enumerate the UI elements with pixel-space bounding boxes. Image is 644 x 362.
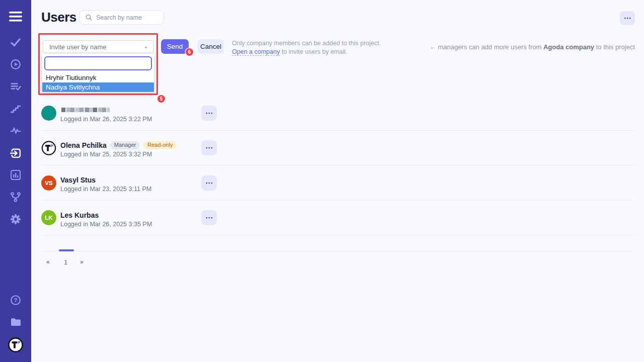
pagination-next[interactable]: » <box>80 258 84 265</box>
readonly-badge: Read-only <box>143 141 177 149</box>
send-button[interactable]: Send <box>161 39 189 54</box>
logged-in-text: Logged in Mar 23, 2025 3:11 PM <box>60 186 151 193</box>
sidebar: ? <box>0 0 31 362</box>
row-menu-button[interactable]: ⋯ <box>201 210 217 225</box>
manager-note: ← managers can add more users from Agoda… <box>424 43 635 51</box>
role-badge: Manager <box>110 141 140 149</box>
avatar: LK <box>41 210 56 225</box>
avatar-initials: LK <box>45 215 52 221</box>
ellipsis-icon: ⋯ <box>205 178 213 187</box>
invite-filter-input[interactable] <box>44 56 152 70</box>
table-row: LK Les Kurbas Logged in Mar 26, 2025 3:3… <box>41 201 635 236</box>
pagination-divider <box>41 251 635 251</box>
page-title: Users <box>41 10 76 25</box>
app-root: ? Users ⋯ Invite user by name ▲ Hryhir T… <box>0 0 644 362</box>
tasks-check-icon[interactable] <box>0 31 31 53</box>
avatar: VS <box>41 175 56 191</box>
pagination-page-1[interactable]: 1 <box>64 258 67 266</box>
search-input[interactable] <box>96 14 156 21</box>
avatar <box>41 106 56 121</box>
logged-in-text: Logged in Mar 25, 2025 3:32 PM <box>60 151 152 158</box>
invite-info-line1: Only company members can be added to thi… <box>232 40 381 47</box>
row-menu-button[interactable]: ⋯ <box>201 106 217 121</box>
annotation-badge-5: 5 <box>157 95 165 103</box>
branch-fork-icon[interactable] <box>0 186 31 208</box>
invite-user-select[interactable]: Invite user by name ▲ <box>43 40 153 53</box>
redacted-name <box>61 108 110 112</box>
table-row: Logged in Mar 26, 2025 3:22 PM ⋯ <box>41 96 635 131</box>
steps-icon[interactable] <box>0 98 31 120</box>
user-name: Vasyl Stus <box>60 176 96 184</box>
user-name: Olena Pchilka <box>60 141 107 149</box>
invite-select-placeholder: Invite user by name <box>49 43 106 51</box>
dropdown-option[interactable]: Hryhir Tiutiunnyk <box>42 73 154 82</box>
table-row: Olena Pchilka Manager Read-only Logged i… <box>41 131 635 166</box>
user-name: Les Kurbas <box>60 211 99 219</box>
page-options-button[interactable]: ⋯ <box>620 11 635 25</box>
dropdown-option-selected[interactable]: Nadiya Svitlychna <box>42 82 154 92</box>
ellipsis-icon: ⋯ <box>205 109 213 117</box>
manager-note-suffix: to this project <box>594 43 635 51</box>
invite-dropdown-panel: Hryhir Tiutiunnyk Nadiya Svitlychna <box>42 53 154 93</box>
logged-in-text: Logged in Mar 26, 2025 3:22 PM <box>60 116 152 123</box>
pagination-active-indicator <box>59 249 74 251</box>
open-company-link[interactable]: Open a company <box>232 48 280 56</box>
pulse-activity-icon[interactable] <box>0 120 31 142</box>
pagination-prev[interactable]: « <box>46 258 50 265</box>
settings-gear-icon[interactable] <box>0 208 31 230</box>
invite-info-text: Only company members can be added to thi… <box>232 39 398 56</box>
help-icon[interactable]: ? <box>0 289 31 311</box>
logged-in-text: Logged in Mar 26, 2025 3:35 PM <box>60 221 152 228</box>
row-menu-button[interactable]: ⋯ <box>201 140 217 155</box>
avatar-logo <box>41 140 56 155</box>
caret-up-icon: ▲ <box>144 45 148 49</box>
user-search[interactable] <box>79 10 164 25</box>
test-list-check-icon[interactable] <box>0 75 31 98</box>
brand-logo-icon[interactable] <box>0 334 31 356</box>
annotation-badge-6: 6 <box>186 48 193 56</box>
manager-note-prefix: ← managers can add more users from <box>430 43 543 51</box>
search-icon <box>85 14 93 21</box>
user-name-line: Olena Pchilka Manager Read-only <box>60 141 177 149</box>
play-circle-icon[interactable] <box>0 53 31 75</box>
projects-folder-icon[interactable] <box>0 311 31 333</box>
ellipsis-icon: ⋯ <box>205 213 213 222</box>
manager-note-company: Agoda company <box>543 43 594 51</box>
ellipsis-icon: ⋯ <box>205 143 213 152</box>
ellipsis-icon: ⋯ <box>624 14 631 22</box>
hamburger-menu-icon[interactable] <box>0 6 31 28</box>
avatar-initials: VS <box>45 180 52 186</box>
reports-chart-icon[interactable] <box>0 164 31 186</box>
row-menu-button[interactable]: ⋯ <box>201 175 217 191</box>
import-signin-icon[interactable] <box>0 142 31 164</box>
svg-text:?: ? <box>14 297 17 303</box>
invite-info-line2: to invite users by email. <box>280 48 347 55</box>
cancel-button[interactable]: Cancel <box>198 39 224 54</box>
table-row: VS Vasyl Stus Logged in Mar 23, 2025 3:1… <box>41 165 635 201</box>
